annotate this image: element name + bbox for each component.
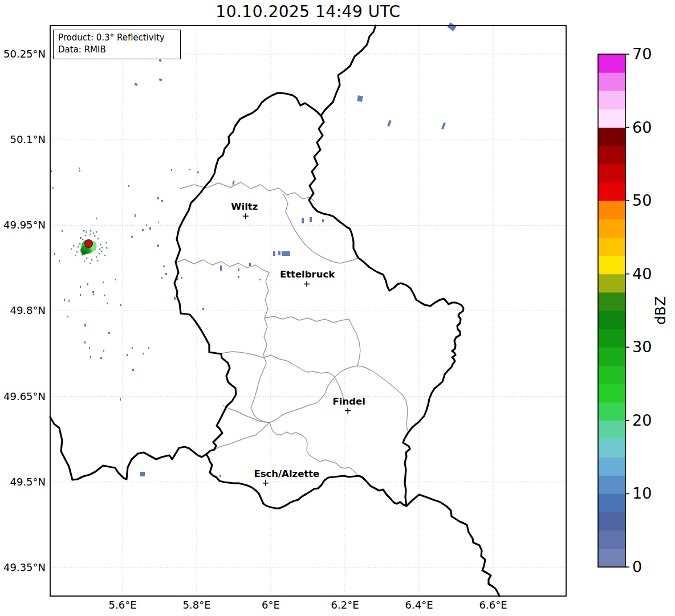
radar-site-speckle xyxy=(106,247,107,248)
canton-boundary xyxy=(265,316,360,366)
radar-site-speckle xyxy=(99,253,100,254)
echo-pixel xyxy=(84,341,86,344)
radar-site-speckle xyxy=(90,230,91,231)
radar-site-speckle xyxy=(76,251,78,252)
radar-site-speckle xyxy=(93,232,94,234)
echo-pixel xyxy=(165,273,167,275)
france-germany-border xyxy=(406,495,499,596)
radar-site-speckle xyxy=(100,244,101,245)
colorbar-band xyxy=(598,402,625,421)
echo-pixel xyxy=(387,120,392,127)
echo-pixel xyxy=(322,219,324,222)
radar-site-speckle xyxy=(85,235,86,236)
echo-pixel xyxy=(132,347,133,349)
echo-pixel xyxy=(52,187,54,189)
echo-pixel xyxy=(89,347,90,349)
echo-pixel xyxy=(146,225,147,226)
echo-pixel xyxy=(68,300,70,302)
echo-pixel xyxy=(59,260,60,262)
echo-pixel xyxy=(259,279,261,280)
lat-tick-label: 50.25°N xyxy=(3,48,46,60)
lat-tick-label: 49.5°N xyxy=(10,476,46,488)
lon-tick-label: 6.4°E xyxy=(405,599,433,611)
radar-site-speckle xyxy=(84,260,85,262)
city-markers: WiltzEttelbruckFindelEsch/Alzette xyxy=(231,201,365,486)
product-info-box: Product: 0.3° Reflectivity Data: RMIB xyxy=(53,30,181,59)
echo-pixel xyxy=(149,227,151,230)
colorbar-band xyxy=(598,530,625,549)
radar-site-speckle xyxy=(96,231,97,232)
radar-site-speckle xyxy=(90,234,91,235)
echo-pixel xyxy=(219,475,221,477)
echo-pixel xyxy=(107,303,108,304)
colorbar-band xyxy=(598,329,625,348)
echo-pixel xyxy=(278,251,280,255)
colorbar-band xyxy=(598,384,625,402)
echo-pixel xyxy=(357,95,363,101)
lat-tick-label: 49.65°N xyxy=(3,390,46,402)
echo-pixel xyxy=(310,217,312,222)
radar-site-darker-green-patch xyxy=(82,250,87,255)
map-canvas: WiltzEttelbruckFindelEsch/Alzette 010203… xyxy=(0,0,675,616)
colorbar-tick-label: 60 xyxy=(632,119,652,136)
echo-pixel xyxy=(142,229,144,231)
colorbar-band xyxy=(598,347,625,366)
axis-tick-labels: 5.6°E5.8°E6°E6.2°E6.4°E6.6°E50.25°N50.1°… xyxy=(3,48,507,611)
colorbar-tick-label: 30 xyxy=(632,338,652,356)
colorbar-band xyxy=(598,182,625,201)
canton-boundaries xyxy=(176,182,408,476)
radar-map-figure: 10.10.2025 14:49 UTC Product: 0.3° Refle… xyxy=(0,0,675,616)
radar-site-speckle xyxy=(104,255,105,256)
echo-pixel xyxy=(80,237,82,239)
echo-pixel xyxy=(282,251,290,256)
canton-boundary xyxy=(283,194,358,263)
radar-site-speckle xyxy=(83,230,84,231)
echo-pixel xyxy=(64,299,65,301)
echo-pixel xyxy=(132,369,134,371)
echo-pixel xyxy=(80,286,81,288)
colorbar-band xyxy=(598,164,625,182)
echo-pixel xyxy=(161,277,162,279)
echo-pixel xyxy=(148,347,149,349)
canton-boundary xyxy=(215,423,270,449)
city-label: Findel xyxy=(333,396,365,407)
echo-pixel xyxy=(115,279,116,280)
colorbar-tick-label: 20 xyxy=(632,411,652,429)
colorbar-band xyxy=(598,274,625,292)
echo-pixel xyxy=(273,251,275,256)
echo-pixel xyxy=(92,291,94,293)
radar-site-speckle xyxy=(97,238,99,239)
radar-site-speckle xyxy=(71,248,72,250)
radar-site-speckle xyxy=(78,246,79,247)
colorbar-band xyxy=(598,475,625,494)
colorbar-band xyxy=(598,255,625,274)
colorbar-band xyxy=(598,365,625,384)
echo-pixel xyxy=(62,230,63,232)
echo-pixel xyxy=(67,316,68,317)
radar-site-speckle xyxy=(75,255,76,256)
colorbar-band xyxy=(598,54,625,73)
lat-tick-label: 49.35°N xyxy=(3,561,46,573)
colorbar-tick-label: 70 xyxy=(632,45,652,63)
echo-pixel xyxy=(202,308,204,310)
echo-pixel xyxy=(51,170,52,172)
radar-site-speckle xyxy=(79,243,80,244)
echo-pixel xyxy=(135,214,136,217)
colorbar-band xyxy=(598,127,625,146)
echo-pixel xyxy=(96,218,97,219)
belgium-france-border xyxy=(50,417,206,480)
echo-pixel xyxy=(90,356,91,358)
colorbar-band xyxy=(598,219,625,238)
colorbar-tick-label: 0 xyxy=(632,558,642,576)
echo-pixel xyxy=(163,266,165,267)
echo-pixel xyxy=(232,181,235,185)
radar-site-speckle xyxy=(94,235,95,236)
echo-pixel xyxy=(87,283,88,285)
product-info-line: Product: 0.3° Reflectivity xyxy=(58,32,176,44)
echo-pixel xyxy=(441,123,446,130)
radar-site-speckle xyxy=(86,231,87,232)
lon-tick-label: 6°E xyxy=(262,599,280,611)
colorbar-band xyxy=(598,512,625,531)
radar-site-speckle xyxy=(90,263,91,264)
city-findel: Findel xyxy=(333,396,365,414)
